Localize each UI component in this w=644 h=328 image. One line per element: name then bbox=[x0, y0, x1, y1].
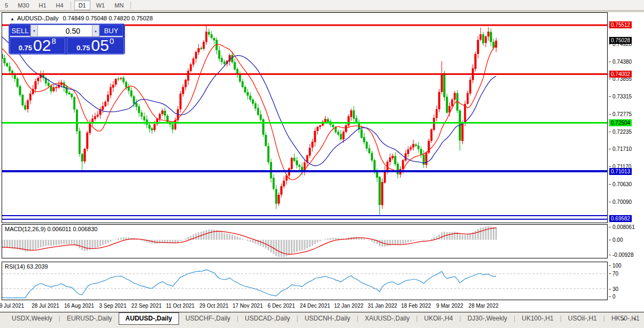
date-label: 16 Aug 2021 bbox=[64, 303, 94, 309]
chart-tab-usdcad-daily[interactable]: USDCAD-,Daily bbox=[238, 313, 297, 324]
chart-tab-usdcnh-daily[interactable]: USDCNH-,Daily bbox=[298, 313, 356, 324]
chart-tab-dj30-weekly[interactable]: DJ30-,Weekly bbox=[461, 313, 514, 324]
price-chart-panel[interactable]: ▲AUDUSD-,Daily0.74849 0.75048 0.74820 0.… bbox=[2, 12, 608, 223]
chart-tab-usdchf-daily[interactable]: USDCHF-,Daily bbox=[179, 313, 237, 324]
price-tick-label: 0.72775 bbox=[612, 111, 632, 117]
rsi-axis-label: 0 bbox=[612, 294, 616, 300]
chart-title: ▲AUDUSD-,Daily0.74849 0.75048 0.74820 0.… bbox=[10, 15, 153, 21]
buy-price-sup: 0 bbox=[110, 36, 114, 45]
price-tick-mark bbox=[609, 62, 611, 62]
date-label: 31 Jan 2022 bbox=[368, 303, 397, 309]
date-label: 9 Mar 2022 bbox=[436, 303, 463, 309]
trading-platform-window: 5M30H1H4D1W1MN ▲AUDUSD-,Daily0.74849 0.7… bbox=[0, 0, 644, 328]
price-badge-0.74002: 0.74002 bbox=[609, 71, 632, 78]
buy-price-big: 05 bbox=[91, 38, 109, 53]
tab-scroll-arrows[interactable]: ◂ ▸ bbox=[622, 316, 641, 322]
sell-button[interactable]: SELL bbox=[10, 25, 30, 37]
macd-indicator-panel[interactable]: MACD(12,26,9) 0.006011 0.006830 bbox=[2, 224, 608, 258]
chart-tab-xauusd-daily[interactable]: XAUUSD-,Daily bbox=[358, 313, 416, 324]
chart-tab-ukoil-h4[interactable]: UKOil-,H4 bbox=[418, 313, 460, 324]
timeframe-button-mn[interactable]: MN bbox=[111, 1, 127, 10]
sell-price-box[interactable]: 0.75 02 8 bbox=[10, 37, 65, 54]
date-label: 28 Mar 2022 bbox=[469, 303, 499, 309]
rsi-indicator-panel[interactable]: RSI(14) 63.2039 bbox=[2, 262, 608, 300]
buy-price-small: 0.75 bbox=[76, 44, 90, 52]
timeframe-button-h4[interactable]: H4 bbox=[52, 1, 67, 10]
rsi-axis-tick bbox=[609, 289, 611, 289]
timeframe-toolbar: 5M30H1H4D1W1MN bbox=[0, 0, 644, 11]
volume-increase-button[interactable]: ▲ bbox=[92, 25, 99, 37]
date-label: 24 Dec 2021 bbox=[300, 303, 330, 309]
price-tick-label: 0.70090 bbox=[612, 199, 632, 205]
one-click-trading-panel: SELL ▼ ▲ BUY 0.75 02 8 0.75 05 0 bbox=[9, 24, 125, 55]
price-tick-mark bbox=[609, 149, 611, 149]
panel-collapse-icon[interactable]: ▲ bbox=[10, 17, 14, 21]
date-label: 11 Oct 2021 bbox=[166, 303, 195, 309]
chart-ohlc-values: 0.74849 0.75048 0.74820 0.75028 bbox=[63, 15, 153, 21]
volume-input[interactable] bbox=[38, 25, 92, 37]
timeframe-button-w1[interactable]: W1 bbox=[92, 1, 109, 10]
chart-tab-eurusd-daily[interactable]: EURUSD-,Daily bbox=[60, 313, 119, 324]
sell-price-big: 02 bbox=[33, 38, 51, 53]
rsi-axis-label: 100 bbox=[612, 263, 622, 269]
macd-axis-label: -0.00928 bbox=[612, 252, 633, 258]
rsi-axis-tick bbox=[609, 296, 611, 297]
chart-tab-usdx-weekly[interactable]: USDX,Weekly bbox=[5, 313, 59, 324]
date-label: 18 Feb 2022 bbox=[401, 303, 431, 309]
toolbar-separator bbox=[130, 2, 131, 9]
price-badge-0.69582: 0.69582 bbox=[609, 215, 632, 222]
price-tick-mark bbox=[609, 114, 611, 115]
chart-symbol-label: AUDUSD-,Daily bbox=[17, 15, 59, 21]
volume-decrease-button[interactable]: ▼ bbox=[30, 25, 38, 37]
chart-tab-audusd-daily[interactable]: AUDUSD-,Daily bbox=[119, 312, 179, 325]
price-tick-label: 0.73315 bbox=[612, 94, 632, 100]
timeframe-button-m30[interactable]: M30 bbox=[14, 1, 33, 10]
price-badge-0.75512: 0.75512 bbox=[609, 21, 632, 28]
price-tick-label: 0.74380 bbox=[612, 59, 632, 65]
date-label: 28 Jul 2021 bbox=[32, 303, 59, 309]
price-tick-mark bbox=[609, 202, 611, 202]
timeframe-button-d1[interactable]: D1 bbox=[74, 1, 90, 10]
date-label: 12 Jan 2022 bbox=[334, 303, 363, 309]
date-label: 9 Jul 2021 bbox=[0, 303, 24, 309]
price-badge-0.71013: 0.71013 bbox=[609, 168, 632, 175]
date-label: 17 Nov 2021 bbox=[232, 303, 263, 309]
macd-axis-tick bbox=[609, 227, 611, 227]
price-tick-label: 0.72235 bbox=[612, 129, 632, 135]
date-label: 29 Oct 2021 bbox=[199, 303, 228, 309]
price-tick-mark bbox=[609, 184, 611, 185]
buy-button[interactable]: BUY bbox=[99, 25, 123, 37]
macd-axis-tick bbox=[609, 255, 611, 255]
rsi-axis-tick bbox=[609, 273, 611, 274]
price-badge-0.75028: 0.75028 bbox=[609, 37, 632, 44]
rsi-axis-label: 30 bbox=[612, 286, 618, 292]
rsi-axis-tick bbox=[609, 265, 611, 266]
price-axis[interactable]: 0.754600.749200.743800.738550.733150.727… bbox=[609, 12, 644, 311]
date-label: 6 Dec 2021 bbox=[268, 303, 295, 309]
rsi-axis-label: 70 bbox=[612, 271, 618, 277]
ma-slow-line bbox=[2, 37, 496, 166]
price-tick-label: 0.70630 bbox=[612, 181, 632, 187]
rsi-canvas[interactable] bbox=[2, 262, 607, 300]
price-tick-mark bbox=[609, 96, 611, 97]
price-tick-mark bbox=[609, 44, 611, 44]
macd-axis-label: 0.008061 bbox=[612, 224, 635, 230]
price-badge-0.72504: 0.72504 bbox=[609, 119, 632, 126]
date-label: 3 Sep 2021 bbox=[99, 303, 127, 309]
sell-price-small: 0.75 bbox=[19, 44, 32, 52]
price-tick-mark bbox=[609, 166, 611, 167]
sell-price-sup: 8 bbox=[51, 36, 56, 45]
price-tick-mark bbox=[609, 132, 611, 132]
macd-label: MACD(12,26,9) 0.006011 0.006830 bbox=[5, 226, 97, 232]
chart-tab-uk100-h1[interactable]: UK100-,H1 bbox=[515, 313, 560, 324]
timeframe-button-5[interactable]: 5 bbox=[1, 1, 12, 10]
macd-axis-label: 0.00 bbox=[612, 237, 623, 243]
toolbar-separator bbox=[71, 2, 71, 9]
macd-axis-tick bbox=[609, 240, 611, 240]
chart-tab-bar: USDX,Weekly|EURUSD-,DailyAUDUSD-,DailyUS… bbox=[0, 312, 644, 328]
timeframe-button-h1[interactable]: H1 bbox=[35, 1, 50, 10]
rsi-label: RSI(14) 63.2039 bbox=[5, 263, 48, 270]
date-axis[interactable]: 9 Jul 202128 Jul 202116 Aug 20213 Sep 20… bbox=[2, 301, 608, 311]
chart-tab-usoil-h1[interactable]: USOil-,H1 bbox=[562, 313, 603, 324]
buy-price-box[interactable]: 0.75 05 0 bbox=[67, 37, 124, 54]
